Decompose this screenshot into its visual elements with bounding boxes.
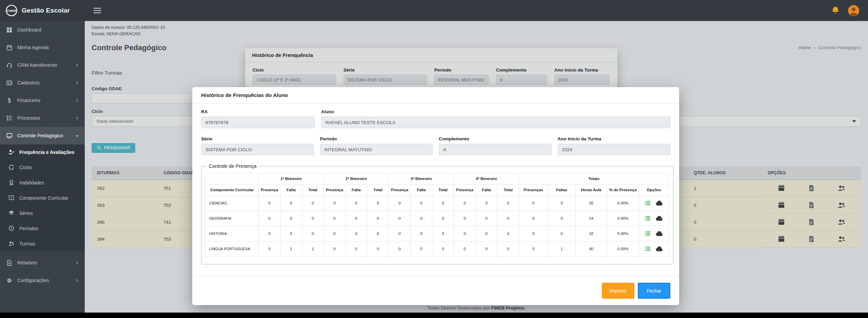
b4-presenca-cell: 0 — [454, 211, 476, 226]
col-presenca: Presença — [324, 184, 346, 196]
print-button[interactable]: Imprimir — [602, 283, 634, 299]
col-total: Total — [497, 184, 519, 196]
horas-aula-cell: 20 — [576, 196, 607, 211]
chevron-right-icon — [75, 278, 79, 283]
sidebar-item-label: Dashboard — [17, 27, 41, 33]
ra-input[interactable] — [201, 117, 315, 128]
horas-aula-cell: 32 — [576, 226, 607, 241]
b1-total-cell: 0 — [302, 211, 324, 226]
sidebar-item-label: Frequência e Avaliações — [19, 150, 74, 155]
aluno-input[interactable] — [321, 117, 670, 128]
sidebar-item-relatorio[interactable]: Relatório — [0, 254, 85, 272]
sidebar-item-label: Configurações — [17, 278, 49, 283]
sidebar-item-habilidades[interactable]: Habilidades — [0, 175, 85, 190]
notifications-bell-icon[interactable] — [831, 6, 840, 15]
sidebar-item-ciclos[interactable]: Ciclos — [0, 160, 85, 175]
cloud-download-icon[interactable] — [656, 246, 663, 252]
sidebar-item-label: Séries — [19, 211, 33, 216]
clock-icon — [7, 225, 15, 231]
b4-presenca-cell: 0 — [454, 226, 476, 241]
brand-title: Gestão Escolar — [22, 7, 70, 14]
sidebar-item-label: Financeiro — [17, 98, 40, 103]
component-name-cell: CIENCIAS — [206, 196, 259, 211]
user-avatar[interactable] — [848, 5, 859, 16]
row-options-cell — [639, 211, 669, 226]
sidebar-item-minha-agenda[interactable]: Minha Agenda — [0, 39, 85, 56]
sidebar-item-cadastros[interactable]: Cadastros — [0, 74, 85, 92]
app-brand[interactable]: FWEB Gestão Escolar — [0, 0, 85, 21]
b2-total-cell: 0 — [367, 241, 389, 257]
list-icon[interactable] — [645, 246, 651, 252]
serie-input[interactable] — [201, 144, 314, 155]
periodo-input[interactable] — [320, 144, 433, 155]
col-componente: Componente Curricular — [206, 184, 259, 196]
periodo-label: Período — [320, 136, 433, 141]
cloud-download-icon[interactable] — [656, 216, 663, 221]
cloud-download-icon[interactable] — [656, 200, 663, 206]
sidebar-item-frequencia-avaliacoes[interactable]: Frequência e Avaliações — [0, 144, 85, 160]
fweb-logo-icon: FWEB — [5, 4, 18, 17]
b2-total-cell: 0 — [367, 196, 389, 211]
sidebar-item-processos[interactable]: Processos — [0, 109, 85, 127]
sidebar-item-series[interactable]: Séries — [0, 205, 85, 221]
sidebar-submenu: Frequência e Avaliações Ciclos Habilidad… — [0, 144, 85, 251]
b1-falta-cell: 0 — [280, 211, 302, 226]
b4-falta-cell: 0 — [476, 241, 497, 257]
sidebar-item-controle-pedagogico[interactable]: Controle Pedagógico — [0, 127, 85, 144]
b4-total-cell: 0 — [497, 196, 519, 211]
total-faltas-cell: 0 — [548, 211, 576, 226]
complemento-label: Complemento — [439, 136, 552, 141]
sidebar-item-financeiro[interactable]: Financeiro — [0, 92, 85, 109]
presence-table: 1º Bimestre 2º Bimestre 3º Bimestre 4º B… — [205, 173, 669, 257]
col-falta: Falta — [476, 184, 497, 196]
modal-title: Histórico de Frenquêcias do Aluno — [192, 87, 679, 104]
component-name-cell: LINGUA PORTUGUESA — [206, 241, 259, 257]
sidebar-item-periodos[interactable]: Períodos — [0, 221, 85, 236]
complemento-input[interactable] — [439, 144, 552, 155]
col-total: Total — [367, 184, 389, 196]
sidebar-item-componente-curricular[interactable]: Componente Curricular — [0, 190, 85, 205]
total-presencas-cell: 0 — [519, 226, 548, 241]
b2-falta-cell: 0 — [346, 211, 367, 226]
pct-presenca-cell: 0.00% — [607, 211, 639, 226]
chevron-right-icon — [75, 116, 79, 120]
b4-total-cell: 0 — [497, 226, 519, 241]
b4-presenca-cell: 0 — [454, 241, 476, 257]
chevron-right-icon — [75, 98, 79, 103]
sidebar-item-label: Períodos — [19, 226, 38, 231]
chevron-down-icon — [75, 134, 79, 138]
b2-presenca-cell: 0 — [324, 211, 346, 226]
list-icon[interactable] — [645, 231, 651, 237]
b3-falta-cell: 0 — [411, 196, 432, 211]
list-icon[interactable] — [645, 200, 651, 206]
presence-group-header-row: 1º Bimestre 2º Bimestre 3º Bimestre 4º B… — [206, 173, 669, 184]
b1-presenca-cell: 0 — [259, 211, 280, 226]
col-presenca: Presença — [259, 184, 280, 196]
presence-row: LINGUA PORTUGUESA 0 1 1 0 0 0 0 0 0 0 0 — [206, 241, 669, 257]
ano-inicio-input[interactable] — [558, 144, 671, 155]
col-faltas: Faltas — [548, 184, 576, 196]
b1-presenca-cell: 0 — [259, 226, 280, 241]
col-total: Total — [432, 184, 454, 196]
sidebar-item-label: Cadastros — [17, 80, 40, 85]
sidebar-item-dashboard[interactable]: Dashboard — [0, 21, 85, 39]
b2-presenca-cell: 0 — [324, 196, 346, 211]
close-button[interactable]: Fechar — [638, 283, 670, 299]
total-presencas-cell: 0 — [519, 196, 548, 211]
b1-total-cell: 0 — [302, 196, 324, 211]
sidebar-item-turmas[interactable]: Turmas — [0, 236, 85, 251]
menu-toggle-button[interactable] — [94, 7, 101, 14]
cloud-download-icon[interactable] — [656, 231, 663, 236]
ra-label: RA — [201, 109, 315, 114]
sidebar-item-configuracoes[interactable]: Configurações — [0, 272, 85, 289]
b2-total-cell: 0 — [367, 226, 389, 241]
horas-aula-cell: 40 — [576, 241, 607, 257]
dashboard-icon — [5, 27, 13, 33]
sidebar-item-crm-atendimento[interactable]: CRM Atendimento — [0, 56, 85, 74]
sidebar: Dashboard Minha Agenda CRM Atendimento C… — [0, 21, 85, 313]
sidebar-item-label: Turmas — [19, 241, 35, 246]
b3-presenca-cell: 0 — [389, 196, 411, 211]
list-icon[interactable] — [645, 215, 651, 221]
headset-icon — [5, 62, 13, 68]
b4-presenca-cell: 0 — [454, 196, 476, 211]
